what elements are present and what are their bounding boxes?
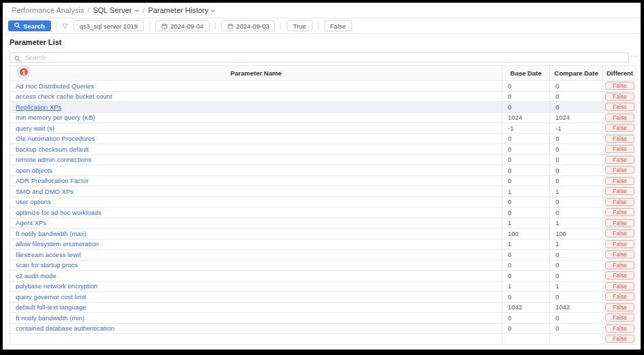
parameter-link[interactable]: contained database authentication bbox=[16, 324, 114, 332]
different-badge: False bbox=[605, 219, 634, 227]
annotation-marker-1: 1 bbox=[18, 67, 29, 78]
different-badge: False bbox=[605, 240, 634, 248]
base-date-cell: 0 bbox=[502, 313, 550, 324]
parameter-link[interactable]: scan for startup procs bbox=[16, 261, 78, 269]
chip-divider bbox=[215, 22, 216, 29]
filter-chip[interactable]: qs3_sql server 2019 bbox=[74, 20, 144, 31]
parameter-link[interactable]: remote admin connections bbox=[16, 156, 91, 163]
base-date-cell: 0 bbox=[502, 154, 550, 165]
compare-date-cell: 0 bbox=[550, 250, 603, 260]
breadcrumb-item[interactable]: Parameter History bbox=[148, 6, 216, 14]
different-badge: False bbox=[605, 303, 634, 311]
compare-date-cell: 0 bbox=[550, 175, 603, 186]
parameter-name-cell: min memory per query (KB) bbox=[10, 112, 502, 123]
parameter-link[interactable]: open objects bbox=[16, 167, 52, 174]
compare-date-cell: 1042 bbox=[550, 302, 603, 313]
table-row: filestream access level00False bbox=[10, 250, 637, 260]
base-date-cell: 0 bbox=[502, 91, 550, 102]
compare-date-cell bbox=[550, 334, 603, 345]
table-row: Agent XPs11False bbox=[10, 218, 637, 229]
parameter-name-cell bbox=[10, 334, 502, 345]
parameter-name-cell: allow filesystem enumeration bbox=[10, 239, 502, 250]
parameter-link[interactable]: Agent XPs bbox=[16, 219, 46, 226]
parameter-name-cell: c2 audit mode bbox=[10, 271, 502, 282]
search-button[interactable]: Search bbox=[8, 20, 51, 31]
parameter-link[interactable]: query governor cost limit bbox=[16, 293, 86, 301]
different-cell: False bbox=[603, 133, 637, 144]
parameter-link[interactable]: access check cache bucket count bbox=[16, 92, 112, 100]
table-row: query governor cost limit00False bbox=[10, 292, 637, 303]
parameter-link[interactable]: query wait (s) bbox=[16, 124, 54, 132]
table-row: ADR Preallocation Factor00False bbox=[10, 175, 637, 186]
calendar-icon bbox=[227, 23, 234, 29]
different-cell: False bbox=[603, 250, 637, 260]
chip-divider bbox=[318, 22, 319, 29]
filter-toolbar: Search qs3_sql server 20192024-09-042024… bbox=[3, 18, 641, 34]
parameter-link[interactable]: Replication XPs bbox=[16, 103, 61, 111]
different-cell: False bbox=[603, 260, 637, 271]
parameter-name-cell: query governor cost limit bbox=[10, 292, 502, 303]
parameter-name-cell: ADR Preallocation Factor bbox=[10, 175, 502, 186]
parameter-link[interactable]: ft notify bandwidth (max) bbox=[16, 230, 86, 237]
different-badge: False bbox=[605, 324, 634, 333]
breadcrumb-item[interactable]: SQL Server bbox=[93, 6, 139, 14]
date-filter-chip[interactable]: 2024-09-03 bbox=[221, 20, 276, 31]
column-header: Compare Date bbox=[550, 66, 603, 81]
different-cell: False bbox=[603, 271, 637, 282]
table-row: access check cache bucket count00False bbox=[10, 91, 637, 102]
table-row: ft notify bandwidth (max)100100False bbox=[10, 229, 637, 239]
different-cell: False bbox=[603, 207, 637, 218]
parameter-link[interactable]: ft notify bandwidth (min) bbox=[16, 314, 84, 322]
different-cell: False bbox=[603, 313, 637, 324]
table-row: polybase network encryption11False bbox=[10, 281, 637, 292]
search-icon bbox=[14, 22, 20, 30]
base-date-cell: 0 bbox=[502, 144, 550, 155]
compare-date-cell: 0 bbox=[550, 102, 603, 113]
chevron-down-icon bbox=[210, 6, 216, 14]
parameter-link[interactable]: Ole Automation Procedures bbox=[16, 135, 95, 142]
parameter-list-panel: Parameter List ··· 1 Parameter NameBase … bbox=[3, 34, 641, 350]
parameter-link[interactable]: c2 audit mode bbox=[16, 272, 57, 280]
date-filter-chip[interactable]: 2024-09-04 bbox=[155, 20, 210, 31]
different-badge: False bbox=[605, 198, 634, 206]
different-cell: False bbox=[603, 175, 637, 186]
parameter-link[interactable]: SMO and DMO XPs bbox=[16, 188, 74, 195]
parameter-link[interactable]: ADR Preallocation Factor bbox=[16, 177, 88, 184]
parameter-name-cell: optimize for ad hoc workloads bbox=[10, 207, 502, 218]
table-row: contained database authentication00False bbox=[10, 323, 637, 334]
chevron-down-icon bbox=[134, 6, 140, 14]
filter-icon[interactable] bbox=[61, 22, 69, 30]
different-cell: False bbox=[603, 165, 637, 176]
base-date-cell: 0 bbox=[502, 81, 550, 92]
parameter-link[interactable]: user options bbox=[16, 198, 51, 205]
parameter-link[interactable]: Ad Hoc Distributed Queries bbox=[16, 82, 94, 90]
parameter-link[interactable]: polybase network encryption bbox=[16, 282, 97, 290]
more-options-icon[interactable]: ··· bbox=[629, 53, 641, 60]
search-button-label: Search bbox=[23, 22, 45, 30]
table-row: backup checksum default00False bbox=[10, 144, 637, 155]
parameter-link[interactable]: backup checksum default bbox=[16, 146, 88, 153]
parameter-link[interactable]: allow filesystem enumeration bbox=[16, 240, 99, 248]
parameter-name-cell: Agent XPs bbox=[10, 218, 502, 229]
base-date-cell: 0 bbox=[502, 102, 550, 113]
different-cell: False bbox=[603, 81, 637, 92]
different-cell: False bbox=[603, 154, 637, 165]
filter-chip[interactable]: True bbox=[287, 20, 312, 31]
table-row: min memory per query (KB)10241024False bbox=[10, 112, 637, 123]
chip-divider bbox=[280, 22, 281, 29]
table-search-input[interactable] bbox=[10, 52, 629, 63]
different-badge: False bbox=[605, 187, 634, 195]
filter-chip[interactable]: False bbox=[324, 20, 352, 31]
table-search-box bbox=[10, 50, 629, 63]
base-date-cell: 0 bbox=[502, 197, 550, 207]
base-date-cell: 0 bbox=[502, 207, 550, 218]
parameter-link[interactable]: default full-text language bbox=[16, 303, 86, 311]
table-row: ft notify bandwidth (min)00False bbox=[10, 313, 637, 324]
different-badge: False bbox=[605, 250, 634, 258]
parameter-link[interactable]: optimize for ad hoc workloads bbox=[16, 209, 101, 216]
table-row: False bbox=[10, 334, 637, 345]
parameter-link[interactable]: min memory per query (KB) bbox=[16, 114, 95, 121]
different-badge: False bbox=[605, 208, 634, 216]
parameter-link[interactable]: filestream access level bbox=[16, 251, 81, 258]
compare-date-cell: -1 bbox=[550, 123, 603, 134]
